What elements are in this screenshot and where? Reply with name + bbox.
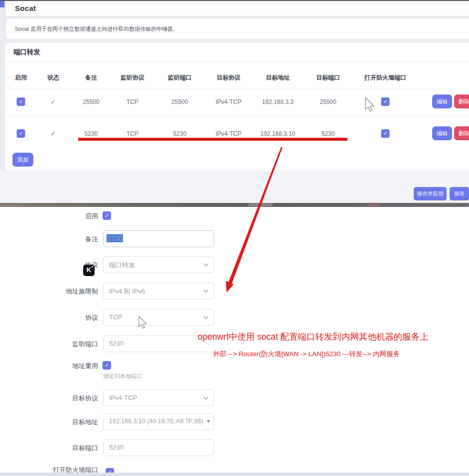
row2-listen-proto: TCP (126, 130, 138, 137)
check-icon: ✓ (105, 362, 109, 368)
bottom-edge-strip (0, 473, 469, 476)
row2-status-check-icon: ✓ (51, 130, 56, 137)
row2-edit-button[interactable]: 编辑 (432, 126, 452, 140)
reuse-hint: 绑定到本地端口 (104, 373, 142, 380)
chevron-down-icon (203, 396, 209, 400)
row1-status-check-icon: ✓ (51, 98, 56, 105)
row1-enable-checkbox[interactable]: ✓ (17, 97, 25, 106)
divider (5, 116, 469, 117)
row2-remark: 5230 (85, 130, 98, 137)
k-badge-dot (92, 266, 93, 268)
target-port-label: 目标端口 (23, 444, 98, 452)
page-title: Socat (15, 4, 36, 12)
annotation-text-1: openwrt中使用 socat 配置端口转发到内网其他机器的服务上 (198, 331, 429, 343)
reuse-checkbox[interactable]: ✓ (103, 361, 111, 370)
remark-value-selected: 5230 (107, 234, 123, 242)
remark-input[interactable]: 5230 (103, 230, 214, 247)
proto2-select[interactable]: TCP (103, 309, 214, 326)
col-header-firewall: 打开防火墙端口 (364, 74, 406, 82)
chevron-down-icon (203, 263, 209, 267)
divider (5, 89, 469, 89)
target-proto-select[interactable]: IPv4-TCP (103, 389, 214, 406)
family-label: 地址族限制 (23, 287, 98, 295)
check-icon: ✓ (383, 98, 387, 104)
page-description: Socat 是用于在两个独立数据通道之间进行双向数据传输的中继器。 (15, 25, 178, 33)
enable-label: 启用 (23, 212, 98, 220)
description-card: Socat 是用于在两个独立数据通道之间进行双向数据传输的中继器。 (6, 19, 469, 39)
check-icon: ✓ (383, 130, 387, 136)
chevron-down-icon (203, 289, 209, 293)
reuse-label: 地址重用 (23, 362, 98, 370)
col-header-target-addr: 目标地址 (266, 74, 290, 82)
row1-listen-proto: TCP (126, 98, 138, 105)
target-proto-label: 目标协议 (23, 394, 98, 402)
enable-checkbox[interactable]: ✓ (103, 211, 111, 220)
remark-label: 备注 (23, 235, 98, 243)
sidebar-accent-fragment (0, 1, 4, 7)
row1-remark: 25500 (83, 98, 99, 105)
row1-firewall-checkbox[interactable]: ✓ (381, 97, 390, 106)
col-header-enable: 启用 (15, 74, 27, 82)
section-title: 端口转发 (13, 48, 40, 57)
col-header-target-port: 目标端口 (316, 74, 340, 82)
row2-delete-button[interactable]: 删除 (454, 126, 469, 140)
col-header-listen-port: 监听端口 (168, 74, 192, 82)
family-value: IPv4 和 IPv6 (109, 287, 145, 296)
listen-port-label: 监听端口 (23, 340, 98, 348)
row2-target-port: 5230 (322, 130, 335, 137)
blur-artifact (368, 203, 379, 206)
col-header-listen-proto: 监听协议 (120, 74, 144, 82)
add-button[interactable]: 添加 (12, 153, 33, 167)
row1-target-port: 25500 (320, 98, 336, 105)
row1-delete-button[interactable]: 删除 (454, 95, 469, 108)
blur-artifact (249, 203, 273, 206)
row1-edit-button[interactable]: 编辑 (432, 95, 452, 108)
proto2-label: 协议 (23, 313, 98, 321)
family-select[interactable]: IPv4 和 IPv6 (103, 283, 214, 299)
check-icon: ✓ (18, 98, 23, 104)
proto2-value: TCP (109, 313, 122, 321)
row2-enable-checkbox[interactable]: ✓ (17, 129, 25, 138)
row1-listen-port: 25500 (171, 98, 188, 105)
target-addr-combo[interactable]: 192.168.3.10 (40:16:7E:A9:7F:86) ▾ (103, 413, 214, 430)
page-header: Socat (6, 1, 469, 16)
target-port-value: 5230 (109, 444, 123, 451)
divider (5, 62, 469, 62)
annotation-text-2: 外部 --> Router(防火墙[WAN -> LAN])5230 ---转发… (213, 350, 400, 359)
save-apply-button[interactable]: 保存并应用 (414, 187, 447, 200)
target-addr-value: 192.168.3.10 (40:16:7E:A9:7F:86) (109, 418, 203, 425)
row2-firewall-checkbox[interactable]: ✓ (381, 129, 390, 138)
row2-listen-port: 5230 (173, 130, 187, 137)
chevron-down-icon (203, 316, 209, 319)
target-proto-value: IPv4-TCP (109, 394, 137, 401)
col-header-target-proto: 目标协议 (217, 74, 240, 82)
caret-down-icon: ▾ (207, 418, 210, 424)
col-header-status: 状态 (47, 74, 59, 82)
port-forward-card: 端口转发 启用 状态 备注 监听协议 监听端口 目标协议 目标地址 目标端口 打… (5, 43, 469, 170)
proto-value: 端口转发 (109, 261, 135, 270)
col-header-remark: 备注 (85, 74, 97, 82)
window-divider-strip (0, 203, 469, 207)
save-button[interactable]: 保存 (450, 187, 469, 200)
check-icon: ✓ (105, 212, 109, 218)
annotation-underline (78, 138, 348, 141)
socat-page: Socat Socat 是用于在两个独立数据通道之间进行双向数据传输的中继器。 … (0, 0, 469, 476)
check-icon: ✓ (18, 130, 23, 136)
footer-bar (0, 170, 469, 203)
listen-port-value: 5230 (109, 340, 123, 347)
target-port-input[interactable]: 5230 (103, 439, 214, 456)
target-addr-label: 目标地址 (23, 418, 98, 426)
proto-select[interactable]: 端口转发 (103, 256, 214, 273)
row2-target-addr: 192.168.3.10 (260, 130, 295, 137)
k-app-badge-icon: K (83, 265, 95, 276)
row1-target-proto: IPv4-TCP (216, 98, 241, 105)
row2-target-proto: IPv4-TCP (216, 130, 241, 137)
row1-target-addr: 192.168.3.3 (262, 98, 293, 105)
